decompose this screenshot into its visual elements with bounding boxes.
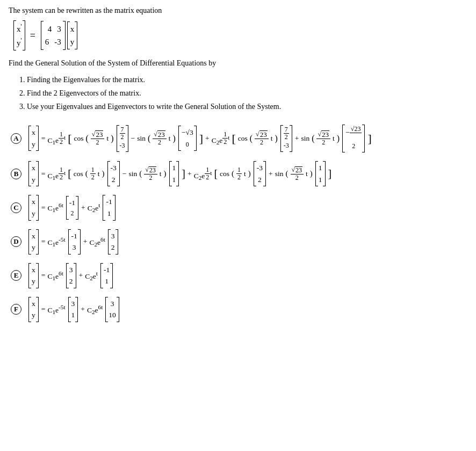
- option-b-label: B: [11, 169, 21, 179]
- find-text: Find the General Solution of the System …: [9, 59, 467, 68]
- option-d-label: D: [11, 236, 21, 247]
- option-a-math: xy = C1e12t [ cos ( √232 t ) 72 -3 − sin…: [28, 125, 372, 153]
- matrix-equation: x' y' = 43 6-3 x y: [13, 20, 467, 50]
- intro-text: The system can be rewritten as the matri…: [9, 6, 467, 15]
- step-3: Use your Eigenvalues and Eigenvectors to…: [19, 100, 467, 113]
- step-1: Finding the Eigenvalues for the matrix.: [19, 73, 467, 86]
- option-f[interactable]: F xy = C1e-5t 31 + C2e6t 310: [11, 297, 467, 322]
- option-b[interactable]: B xy = C1e12t [ cos( 12 t) -32 − sin( √2…: [11, 161, 467, 186]
- step-2: Find the 2 Eigenvectors of the matrix.: [19, 86, 467, 100]
- matrix-2x2: 43 6-3: [41, 21, 66, 50]
- option-a[interactable]: A xy = C1e12t [ cos ( √232 t ) 72 -3 − s…: [11, 125, 467, 153]
- option-e[interactable]: E xy = C1e6t 32 + C2et -11: [11, 263, 467, 288]
- option-e-math: xy = C1e6t 32 + C2et -11: [28, 263, 113, 288]
- options-container: A xy = C1e12t [ cos ( √232 t ) 72 -3 − s…: [9, 125, 467, 323]
- option-f-label: F: [11, 304, 21, 315]
- option-c-label: C: [11, 202, 21, 213]
- option-a-label: A: [11, 133, 21, 144]
- option-d[interactable]: D xy = C1e-5t -13 + C2e6t 32: [11, 229, 467, 254]
- option-d-math: xy = C1e-5t -13 + C2e6t 32: [28, 229, 119, 254]
- option-f-math: xy = C1e-5t 31 + C2e6t 310: [28, 297, 120, 322]
- lhs-vector: x' y': [13, 20, 25, 50]
- rhs-vector: x y: [67, 21, 78, 49]
- option-b-math: xy = C1e12t [ cos( 12 t) -32 − sin( √232…: [28, 161, 331, 186]
- option-e-label: E: [11, 270, 21, 281]
- steps-list: Finding the Eigenvalues for the matrix. …: [9, 73, 467, 114]
- option-c[interactable]: C xy = C1e6t -12 + C2et -11: [11, 195, 467, 220]
- option-c-math: xy = C1e6t -12 + C2et -11: [28, 195, 116, 220]
